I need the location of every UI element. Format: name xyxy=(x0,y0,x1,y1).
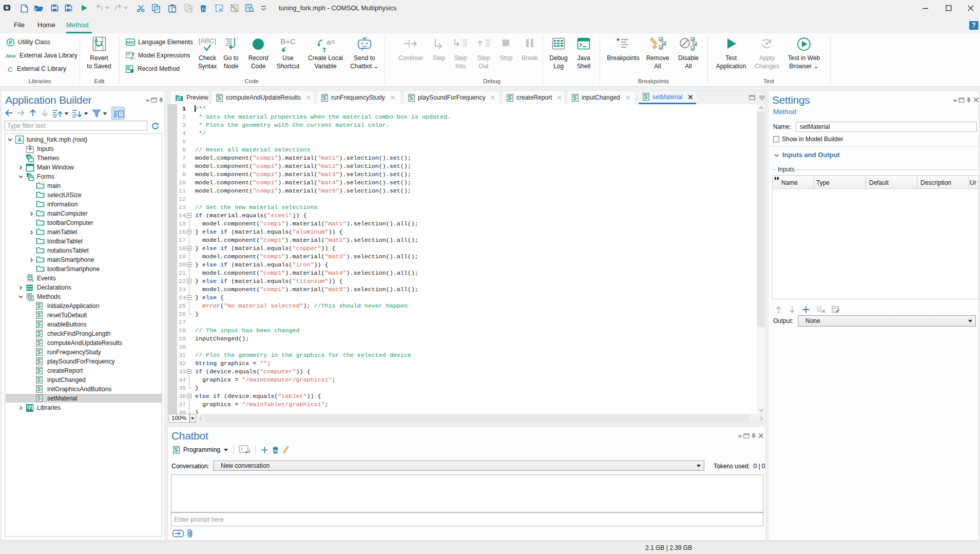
svg-text:T: T xyxy=(322,47,326,54)
svg-text:B+C: B+C xyxy=(280,37,296,46)
svg-text:a=: a= xyxy=(326,37,335,46)
svg-text:ABC: ABC xyxy=(126,40,135,45)
svg-text:Java: Java xyxy=(5,53,15,59)
svg-text:C: C xyxy=(8,65,12,73)
svg-text:a=: a= xyxy=(130,55,135,60)
svg-text:A: A xyxy=(17,137,22,143)
